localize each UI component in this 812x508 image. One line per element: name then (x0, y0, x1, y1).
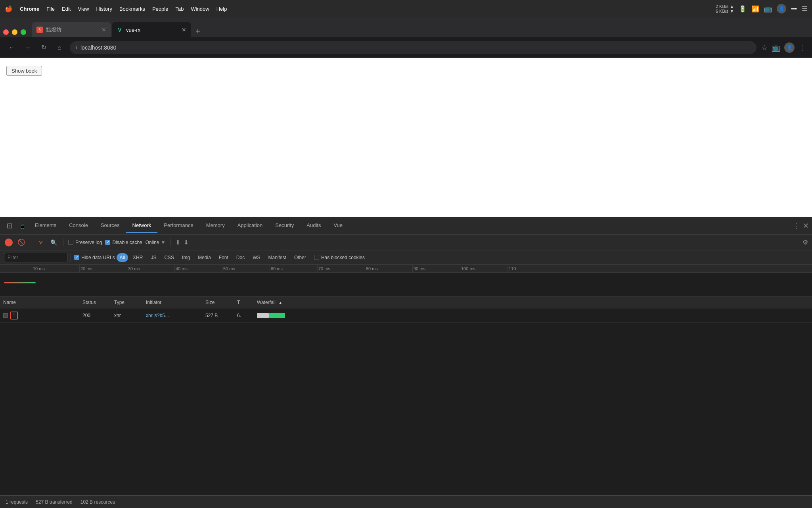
back-button[interactable]: ← (6, 42, 17, 53)
filter-type-all[interactable]: All (117, 253, 128, 262)
header-size[interactable]: Size (205, 300, 237, 305)
hide-data-urls-checkbox[interactable]: ✓ (74, 255, 79, 260)
tab-audits[interactable]: Audits (300, 219, 327, 233)
show-book-button[interactable]: Show book (6, 66, 42, 76)
tab-elements[interactable]: Elements (29, 219, 63, 233)
app-menu[interactable]: Chrome (20, 6, 39, 12)
help-menu[interactable]: Help (216, 6, 227, 12)
tab-security[interactable]: Security (269, 219, 300, 233)
refresh-button[interactable]: ↻ (38, 42, 49, 53)
file-menu[interactable]: File (46, 6, 55, 12)
settings-icon[interactable]: ⚙ (802, 239, 808, 246)
separator-1 (31, 239, 31, 246)
apple-menu[interactable]: 🍎 (5, 5, 13, 13)
download-icon[interactable]: ⬇ (184, 239, 189, 246)
tab-close-2[interactable]: ✕ (182, 27, 186, 33)
url-bar[interactable]: ℹ localhost:8080 (70, 41, 756, 54)
filter-input[interactable] (4, 253, 67, 262)
row-waterfall (257, 312, 809, 319)
record-stop-button[interactable] (4, 238, 13, 247)
more-menu-button[interactable]: ⋮ (799, 43, 806, 52)
minimize-button[interactable] (12, 29, 17, 35)
tab-deng-deng-fang[interactable]: 🕯 點燈坊 ✕ (32, 22, 111, 37)
home-button[interactable]: ⌂ (54, 42, 65, 53)
profile-icon: 👤 (777, 4, 786, 13)
inspector-icon[interactable]: ⊡ (3, 219, 16, 232)
devtools-more[interactable]: ⋮ (793, 221, 800, 230)
header-type[interactable]: Type (114, 300, 146, 305)
filter-type-manifest[interactable]: Manifest (265, 254, 289, 261)
tab-network[interactable]: Network (126, 219, 158, 233)
device-icon[interactable]: 📱 (16, 219, 29, 232)
bytes-transferred: 527 B transferred (36, 499, 73, 505)
tab-application[interactable]: Application (231, 219, 269, 233)
profile-avatar[interactable]: 👤 (784, 42, 795, 53)
view-menu[interactable]: View (78, 6, 89, 12)
maximize-button[interactable] (21, 29, 26, 35)
row-name-cell: 1 (3, 312, 82, 319)
tick-20ms: 20 ms (79, 265, 92, 272)
new-tab-button[interactable]: + (192, 25, 204, 37)
disable-cache-checkbox[interactable]: ✓ (105, 240, 110, 245)
filter-icon[interactable]: ⛛ (36, 238, 46, 247)
tab-vue[interactable]: Vue (327, 219, 349, 233)
status-bar: 1 requests 527 B transferred 102 B resou… (0, 495, 812, 508)
upload-icon[interactable]: ⬆ (175, 239, 180, 246)
close-button[interactable] (3, 29, 9, 35)
row-initiator[interactable]: xhr.js?b5... (146, 313, 205, 318)
addressbar-actions: ☆ 📺 👤 ⋮ (761, 42, 806, 53)
devtools-close[interactable]: ✕ (803, 221, 809, 230)
tab-close-1[interactable]: ✕ (102, 27, 106, 33)
filter-type-doc[interactable]: Doc (233, 254, 248, 261)
filter-type-img[interactable]: Img (179, 254, 193, 261)
filter-type-xhr[interactable]: XHR (130, 254, 146, 261)
tabbar: 🕯 點燈坊 ✕ V vue-rx ✕ + (0, 17, 812, 37)
requests-count: 1 requests (6, 499, 28, 505)
header-waterfall[interactable]: Waterfall ▲ (257, 300, 809, 305)
header-status[interactable]: Status (82, 300, 114, 305)
tab-vue-rx[interactable]: V vue-rx ✕ (112, 22, 191, 37)
bookmarks-menu[interactable]: Bookmarks (119, 6, 145, 12)
row-name-text: 1 (10, 312, 18, 319)
preserve-log-checkbox[interactable] (68, 240, 73, 245)
forward-button[interactable]: → (22, 42, 33, 53)
devtools-right-controls: ⋮ ✕ (793, 221, 809, 230)
header-time[interactable]: T (237, 300, 257, 305)
filter-type-js[interactable]: JS (147, 254, 159, 261)
tick-80ms: 80 ms (365, 265, 378, 272)
filter-type-font[interactable]: Font (216, 254, 232, 261)
search-icon[interactable]: 🔍 (49, 238, 58, 247)
devtools: ⊡ 📱 Elements Console Sources Network Per… (0, 217, 812, 508)
online-group: Online ▼ (146, 240, 166, 245)
blocked-cookies-checkbox[interactable] (314, 255, 319, 260)
clear-button[interactable]: 🚫 (17, 238, 26, 247)
tab-menu[interactable]: Tab (175, 6, 184, 12)
devtools-toolbar: 🚫 ⛛ 🔍 Preserve log ✓ Disable cache Onlin… (0, 235, 812, 250)
tab-memory[interactable]: Memory (200, 219, 231, 233)
header-name[interactable]: Name (3, 300, 82, 305)
browser: 🕯 點燈坊 ✕ V vue-rx ✕ + ← → ↻ ⌂ ℹ localhost… (0, 17, 812, 508)
tab-console[interactable]: Console (63, 219, 94, 233)
filter-type-media[interactable]: Media (195, 254, 214, 261)
header-initiator[interactable]: Initiator (146, 300, 205, 305)
row-status: 200 (82, 313, 114, 318)
edit-menu[interactable]: Edit (62, 6, 71, 12)
history-menu[interactable]: History (96, 6, 112, 12)
online-dropdown-arrow[interactable]: ▼ (161, 240, 165, 245)
list-icon[interactable]: ☰ (802, 5, 807, 13)
more-icon[interactable]: ••• (791, 6, 797, 12)
people-menu[interactable]: People (152, 6, 168, 12)
cast-icon[interactable]: 📺 (772, 43, 780, 52)
filter-type-css[interactable]: CSS (161, 254, 177, 261)
tab-favicon-1: 🕯 (36, 27, 43, 33)
row-type: xhr (114, 313, 146, 318)
filter-type-ws[interactable]: WS (249, 254, 263, 261)
network-table: Name Status Type Initiator Size T Waterf… (0, 296, 812, 495)
tab-performance[interactable]: Performance (157, 219, 199, 233)
tab-sources[interactable]: Sources (94, 219, 126, 233)
tick-50ms: 50 ms (222, 265, 235, 272)
bookmark-star[interactable]: ☆ (761, 43, 768, 52)
filter-type-other[interactable]: Other (291, 254, 309, 261)
window-menu[interactable]: Window (191, 6, 209, 12)
table-row[interactable]: 1 200 xhr xhr.js?b5... 527 B 6. (0, 308, 812, 323)
